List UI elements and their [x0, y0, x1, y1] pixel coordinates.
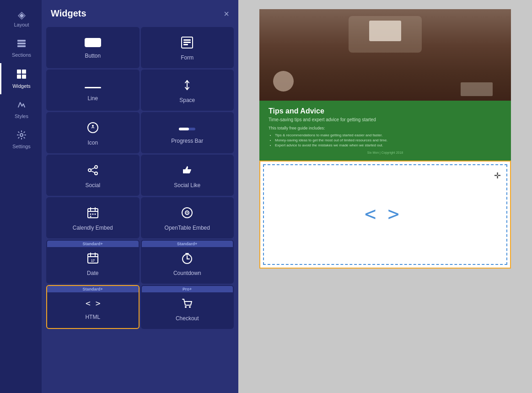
preview-image-section: [259, 9, 511, 101]
tips-section: Tips and Advice Time-saving tips and exp…: [259, 101, 511, 161]
svg-point-7: [20, 134, 23, 136]
line-icon: [85, 81, 101, 92]
svg-rect-0: [17, 40, 26, 42]
close-button[interactable]: ×: [224, 9, 229, 18]
widget-button[interactable]: Button: [46, 27, 140, 68]
sidebar-item-layout[interactable]: ◈ Layout: [0, 5, 42, 33]
svg-rect-6: [22, 75, 26, 79]
sidebar-item-label: Layout: [14, 22, 29, 27]
main-canvas-area: Tips and Advice Time-saving tips and exp…: [238, 0, 532, 393]
widget-progress-bar-label: Progress Bar: [171, 138, 203, 144]
widget-social[interactable]: Social: [46, 155, 140, 196]
widget-line[interactable]: Line: [46, 70, 140, 111]
widget-space[interactable]: Space: [141, 70, 234, 111]
widget-progress-bar[interactable]: Progress Bar: [141, 112, 234, 153]
html-widget-dashed: ✛ < >: [263, 164, 507, 265]
layout-icon: ◈: [18, 10, 26, 20]
svg-rect-3: [17, 70, 21, 74]
countdown-icon: [181, 252, 193, 266]
tips-list-item: Tips & recommendations to make getting s…: [275, 133, 502, 137]
widget-icon[interactable]: Icon: [46, 112, 140, 153]
page-preview-card: Tips and Advice Time-saving tips and exp…: [259, 9, 511, 161]
widget-social-like[interactable]: Social Like: [141, 155, 234, 196]
svg-point-34: [187, 212, 188, 214]
svg-point-29: [92, 214, 93, 215]
svg-rect-2: [17, 45, 26, 47]
sidebar-item-label: Settings: [12, 144, 31, 149]
svg-text:17: 17: [91, 259, 95, 262]
tips-title: Tips and Advice: [269, 107, 502, 115]
sidebar-item-styles[interactable]: Styles: [0, 94, 42, 124]
sidebar-item-widgets[interactable]: Widgets: [0, 63, 42, 94]
svg-text:< >: < >: [86, 298, 101, 308]
standard-plus-badge: Standard+: [47, 241, 139, 247]
svg-point-20: [95, 172, 97, 175]
widget-html[interactable]: Standard+ < > HTML: [46, 285, 140, 329]
tips-includes: This totally free guide includes:: [269, 126, 502, 130]
svg-point-46: [189, 306, 191, 308]
widget-checkout[interactable]: Pro+ Checkout: [141, 285, 234, 329]
widget-button-label: Button: [85, 53, 101, 59]
widget-calendly-embed[interactable]: Calendly Embed: [46, 197, 140, 238]
tips-footer: Six Mon | Copyright 2018: [269, 151, 502, 154]
svg-rect-4: [22, 70, 26, 74]
svg-line-21: [91, 168, 95, 170]
svg-point-18: [88, 169, 91, 172]
opentable-embed-icon: [181, 206, 193, 221]
svg-rect-13: [85, 87, 101, 88]
widget-social-label: Social: [85, 182, 100, 188]
widget-countdown-label: Countdown: [173, 270, 201, 276]
styles-icon: [16, 100, 27, 112]
widget-space-label: Space: [179, 97, 195, 103]
social-like-icon: [181, 164, 193, 178]
move-cursor-icon: ✛: [494, 171, 501, 181]
widget-date[interactable]: Standard+ 17 Date: [46, 240, 140, 284]
svg-rect-23: [183, 169, 185, 173]
widget-form-label: Form: [181, 54, 193, 61]
widget-checkout-label: Checkout: [176, 315, 199, 322]
space-icon: [181, 79, 193, 93]
widget-calendly-embed-label: Calendly Embed: [73, 225, 113, 231]
svg-rect-8: [85, 38, 101, 47]
progress-bar-icon: [179, 123, 195, 134]
svg-rect-10: [183, 39, 191, 41]
checkout-icon: [181, 297, 193, 312]
widget-line-label: Line: [87, 95, 98, 102]
widget-form[interactable]: Form: [141, 27, 234, 68]
widget-date-label: Date: [87, 270, 98, 276]
icon-widget-icon: [86, 121, 99, 136]
tips-list: Tips & recommendations to make getting s…: [269, 133, 502, 147]
svg-rect-1: [17, 43, 26, 44]
widget-social-like-label: Social Like: [174, 182, 200, 188]
svg-rect-12: [183, 44, 188, 45]
sidebar-nav: ◈ Layout Sections Widgets: [0, 0, 42, 393]
form-icon: [181, 36, 193, 51]
date-icon: 17: [86, 252, 99, 266]
svg-point-15: [92, 125, 94, 127]
sidebar-item-settings[interactable]: Settings: [0, 124, 42, 155]
widget-countdown[interactable]: Standard+ Countdown: [141, 240, 234, 284]
standard-plus-badge-html: Standard+: [47, 286, 139, 292]
svg-point-45: [185, 306, 187, 308]
sidebar-item-sections[interactable]: Sections: [0, 33, 42, 63]
tips-subtitle: Time-saving tips and expert advice for g…: [269, 117, 502, 122]
svg-text:< >: < >: [365, 203, 399, 225]
tips-list-item: Money-saving ideas to get the most out o…: [275, 138, 502, 142]
widgets-panel-title: Widgets: [51, 8, 86, 19]
html-widget-area[interactable]: ✛ < >: [259, 161, 511, 269]
settings-icon: [16, 130, 27, 142]
svg-rect-17: [179, 128, 189, 130]
widget-opentable-embed[interactable]: OpenTable Embed: [141, 197, 234, 238]
sidebar-item-label: Widgets: [12, 83, 31, 89]
widget-html-label: HTML: [85, 314, 100, 320]
sections-icon: [16, 38, 27, 50]
svg-point-19: [95, 166, 97, 168]
widget-opentable-embed-label: OpenTable Embed: [165, 225, 210, 231]
widgets-header: Widgets ×: [42, 0, 238, 27]
canvas: Tips and Advice Time-saving tips and exp…: [238, 0, 532, 393]
social-icon: [86, 164, 99, 178]
widget-icon-label: Icon: [87, 140, 98, 146]
widgets-icon: [16, 69, 27, 81]
tips-list-item: Expert advice to avoid the mistakes we m…: [275, 143, 502, 147]
html-code-display: < >: [362, 203, 408, 226]
